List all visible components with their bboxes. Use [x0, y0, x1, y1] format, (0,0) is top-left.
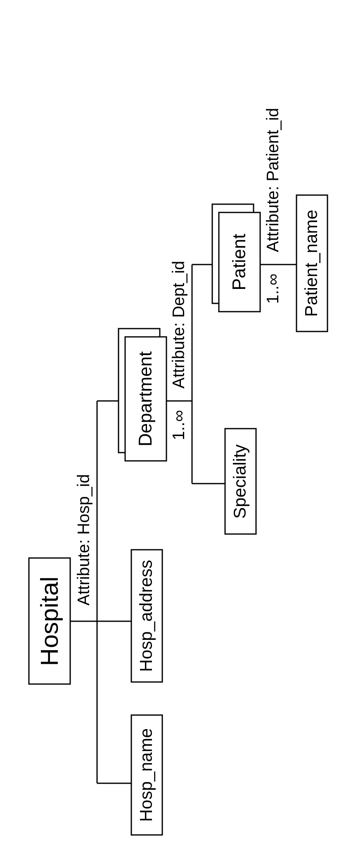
diagram-canvas: Hospital Attribute: Hosp_id Hosp_name Ho… — [0, 0, 351, 868]
card-patient: 1..∞ — [263, 274, 282, 304]
node-hosp-address: Hosp_address — [131, 550, 162, 682]
node-hosp-name: Hosp_name — [131, 715, 162, 835]
label-speciality: Speciality — [230, 444, 249, 519]
label-patient-name: Patient_name — [301, 210, 321, 317]
node-department: Department — [119, 329, 166, 461]
attr-patient: Attribute: Patient_id — [263, 108, 282, 252]
label-department: Department — [135, 351, 155, 446]
label-hosp-address: Hosp_address — [136, 560, 156, 672]
card-department: 1..∞ — [169, 410, 187, 440]
attr-hospital: Attribute: Hosp_id — [74, 474, 92, 606]
node-patient-name: Patient_name — [296, 195, 327, 331]
attr-department: Attribute: Dept_id — [169, 261, 187, 389]
node-speciality: Speciality — [225, 429, 256, 534]
node-hospital: Hospital — [29, 558, 70, 684]
label-hospital: Hospital — [36, 577, 63, 666]
node-patient: Patient — [212, 204, 260, 312]
label-patient: Patient — [229, 234, 249, 291]
label-hosp-name: Hosp_name — [136, 728, 156, 822]
